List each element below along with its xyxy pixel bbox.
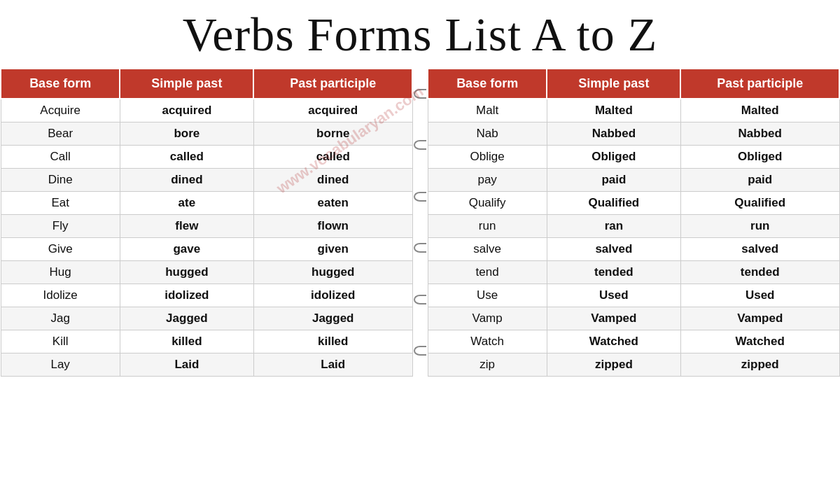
table-row: Killkilledkilled	[1, 330, 412, 354]
table-cell: called	[120, 146, 253, 169]
table-cell: Used	[680, 284, 839, 307]
table-row: MaltMaltedMalted	[428, 99, 839, 122]
table-cell: Kill	[1, 330, 120, 354]
table-row: QualifyQualifiedQualified	[428, 192, 839, 215]
table-row: UseUsedUsed	[428, 284, 839, 307]
right-header-participle: Past participle	[680, 69, 839, 99]
table-cell: acquired	[253, 99, 412, 122]
table-row: Callcalledcalled	[1, 146, 412, 169]
left-header-participle: Past participle	[253, 69, 412, 99]
table-row: ObligeObligedObliged	[428, 146, 839, 169]
table-cell: salved	[547, 238, 680, 261]
table-cell: Jag	[1, 307, 120, 330]
curl-6	[414, 346, 426, 356]
right-header-base: Base form	[428, 69, 547, 99]
table-row: zipzippedzipped	[428, 354, 839, 377]
table-cell: Obliged	[680, 146, 839, 169]
tables-container: Base form Simple past Past participle Ac…	[0, 68, 840, 377]
table-cell: zipped	[680, 354, 839, 377]
table-row: tendtendedtended	[428, 261, 839, 284]
table-row: WatchWatchedWatched	[428, 330, 839, 354]
table-cell: Jagged	[120, 307, 253, 330]
table-cell: Qualified	[547, 192, 680, 215]
table-cell: salve	[428, 238, 547, 261]
table-cell: Give	[1, 238, 120, 261]
table-row: runranrun	[428, 215, 839, 238]
table-cell: Eat	[1, 192, 120, 215]
table-cell: zipped	[547, 354, 680, 377]
table-cell: Malted	[680, 99, 839, 122]
page-title: Verbs Forms List A to Z	[0, 0, 840, 68]
table-row: Idolizeidolizedidolized	[1, 284, 412, 307]
table-cell: acquired	[120, 99, 253, 122]
table-cell: Lay	[1, 354, 120, 377]
table-cell: flown	[253, 215, 412, 238]
curl-3	[414, 192, 426, 202]
table-row: Eatateeaten	[1, 192, 412, 215]
table-cell: Call	[1, 146, 120, 169]
table-cell: Watch	[428, 330, 547, 354]
table-cell: flew	[120, 215, 253, 238]
table-cell: paid	[680, 169, 839, 192]
curl-1	[414, 89, 426, 99]
table-cell: pay	[428, 169, 547, 192]
table-cell: zip	[428, 354, 547, 377]
table-cell: Nab	[428, 122, 547, 146]
table-row: Acquireacquiredacquired	[1, 99, 412, 122]
curl-4	[414, 243, 426, 253]
table-row: JagJaggedJagged	[1, 307, 412, 330]
table-cell: run	[680, 215, 839, 238]
table-cell: Jagged	[253, 307, 412, 330]
table-cell: borne	[253, 122, 412, 146]
table-cell: Bear	[1, 122, 120, 146]
table-cell: Idolize	[1, 284, 120, 307]
table-row: VampVampedVamped	[428, 307, 839, 330]
right-verb-table: Base form Simple past Past participle Ma…	[427, 68, 840, 377]
table-cell: given	[253, 238, 412, 261]
table-cell: gave	[120, 238, 253, 261]
table-cell: tended	[547, 261, 680, 284]
table-cell: paid	[547, 169, 680, 192]
table-cell: salved	[680, 238, 839, 261]
table-cell: Oblige	[428, 146, 547, 169]
table-cell: Acquire	[1, 99, 120, 122]
table-cell: Nabbed	[547, 122, 680, 146]
table-row: LayLaidLaid	[1, 354, 412, 377]
table-cell: Malt	[428, 99, 547, 122]
table-cell: Vamp	[428, 307, 547, 330]
table-cell: ate	[120, 192, 253, 215]
left-verb-table: Base form Simple past Past participle Ac…	[0, 68, 413, 377]
table-cell: Vamped	[680, 307, 839, 330]
table-cell: hugged	[253, 261, 412, 284]
table-cell: Used	[547, 284, 680, 307]
table-cell: dined	[120, 169, 253, 192]
table-cell: Obliged	[547, 146, 680, 169]
table-cell: bore	[120, 122, 253, 146]
table-row: Givegavegiven	[1, 238, 412, 261]
right-header-past: Simple past	[547, 69, 680, 99]
table-cell: Vamped	[547, 307, 680, 330]
left-header-past: Simple past	[120, 69, 253, 99]
table-divider	[413, 68, 427, 377]
table-cell: killed	[120, 330, 253, 354]
left-header-base: Base form	[1, 69, 120, 99]
table-cell: Laid	[120, 354, 253, 377]
table-row: Bearboreborne	[1, 122, 412, 146]
table-cell: Qualified	[680, 192, 839, 215]
table-row: salvesalvedsalved	[428, 238, 839, 261]
table-cell: ran	[547, 215, 680, 238]
table-cell: idolized	[120, 284, 253, 307]
curl-2	[414, 140, 426, 150]
table-cell: tended	[680, 261, 839, 284]
table-cell: Watched	[680, 330, 839, 354]
table-cell: called	[253, 146, 412, 169]
table-cell: hugged	[120, 261, 253, 284]
curl-5	[414, 295, 426, 304]
table-cell: Hug	[1, 261, 120, 284]
table-cell: Laid	[253, 354, 412, 377]
table-cell: killed	[253, 330, 412, 354]
table-cell: idolized	[253, 284, 412, 307]
table-cell: Malted	[547, 99, 680, 122]
table-cell: run	[428, 215, 547, 238]
table-cell: Use	[428, 284, 547, 307]
